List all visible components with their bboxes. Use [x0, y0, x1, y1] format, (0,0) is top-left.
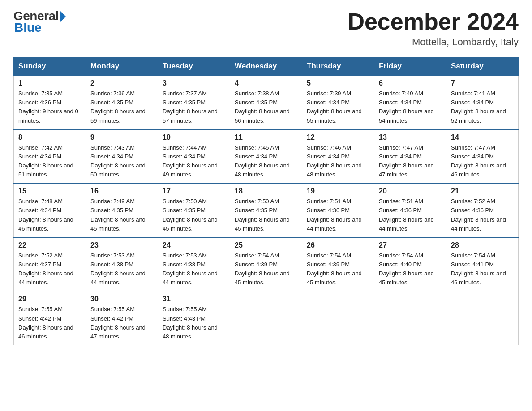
day-number: 28 — [451, 241, 514, 249]
day-cell: 7 Sunrise: 7:41 AMSunset: 4:34 PMDayligh… — [446, 76, 519, 129]
day-number: 14 — [451, 133, 514, 141]
day-info: Sunrise: 7:39 AMSunset: 4:34 PMDaylight:… — [307, 90, 362, 124]
header-wednesday: Wednesday — [230, 57, 302, 76]
logo: General Blue — [13, 9, 66, 35]
day-number: 31 — [163, 295, 225, 303]
day-cell: 5 Sunrise: 7:39 AMSunset: 4:34 PMDayligh… — [302, 76, 374, 129]
day-number: 30 — [90, 295, 153, 303]
day-cell: 19 Sunrise: 7:51 AMSunset: 4:36 PMDaylig… — [302, 183, 374, 237]
day-number: 25 — [235, 241, 297, 249]
day-cell: 26 Sunrise: 7:54 AMSunset: 4:39 PMDaylig… — [302, 237, 374, 291]
day-info: Sunrise: 7:38 AMSunset: 4:35 PMDaylight:… — [235, 90, 290, 124]
week-row-5: 29 Sunrise: 7:55 AMSunset: 4:42 PMDaylig… — [14, 291, 519, 345]
header-tuesday: Tuesday — [158, 57, 230, 76]
day-cell: 30 Sunrise: 7:55 AMSunset: 4:42 PMDaylig… — [86, 291, 158, 345]
header-monday: Monday — [86, 57, 158, 76]
day-cell: 16 Sunrise: 7:49 AMSunset: 4:35 PMDaylig… — [86, 183, 158, 237]
day-cell: 29 Sunrise: 7:55 AMSunset: 4:42 PMDaylig… — [14, 291, 86, 345]
day-cell — [302, 291, 374, 345]
day-info: Sunrise: 7:52 AMSunset: 4:36 PMDaylight:… — [451, 198, 506, 231]
day-cell: 13 Sunrise: 7:47 AMSunset: 4:34 PMDaylig… — [374, 129, 446, 184]
day-info: Sunrise: 7:51 AMSunset: 4:36 PMDaylight:… — [307, 198, 362, 231]
page-header: General Blue December 2024 Mottella, Lom… — [13, 9, 519, 48]
day-number: 10 — [163, 133, 225, 141]
day-info: Sunrise: 7:54 AMSunset: 4:39 PMDaylight:… — [307, 252, 362, 286]
day-info: Sunrise: 7:49 AMSunset: 4:35 PMDaylight:… — [90, 198, 146, 231]
day-number: 16 — [90, 187, 153, 195]
day-cell: 2 Sunrise: 7:36 AMSunset: 4:35 PMDayligh… — [86, 76, 158, 129]
day-info: Sunrise: 7:53 AMSunset: 4:38 PMDaylight:… — [90, 252, 146, 286]
day-cell: 20 Sunrise: 7:51 AMSunset: 4:36 PMDaylig… — [374, 183, 446, 237]
day-cell: 21 Sunrise: 7:52 AMSunset: 4:36 PMDaylig… — [446, 183, 519, 237]
day-cell: 18 Sunrise: 7:50 AMSunset: 4:35 PMDaylig… — [230, 183, 302, 237]
day-number: 23 — [90, 241, 153, 249]
day-info: Sunrise: 7:43 AMSunset: 4:34 PMDaylight:… — [90, 144, 146, 178]
day-cell: 6 Sunrise: 7:40 AMSunset: 4:34 PMDayligh… — [374, 76, 446, 129]
month-title: December 2024 — [348, 9, 519, 34]
day-info: Sunrise: 7:45 AMSunset: 4:34 PMDaylight:… — [235, 144, 290, 178]
header-sunday: Sunday — [14, 57, 86, 76]
day-number: 26 — [307, 241, 369, 249]
day-info: Sunrise: 7:50 AMSunset: 4:35 PMDaylight:… — [235, 198, 290, 231]
header-row: SundayMondayTuesdayWednesdayThursdayFrid… — [14, 57, 519, 76]
day-info: Sunrise: 7:36 AMSunset: 4:35 PMDaylight:… — [90, 90, 146, 124]
day-cell: 12 Sunrise: 7:46 AMSunset: 4:34 PMDaylig… — [302, 129, 374, 184]
day-number: 7 — [451, 79, 514, 87]
week-row-4: 22 Sunrise: 7:52 AMSunset: 4:37 PMDaylig… — [14, 237, 519, 291]
day-cell: 3 Sunrise: 7:37 AMSunset: 4:35 PMDayligh… — [158, 76, 230, 129]
day-number: 2 — [90, 79, 153, 87]
day-cell: 14 Sunrise: 7:47 AMSunset: 4:34 PMDaylig… — [446, 129, 519, 184]
day-number: 11 — [235, 133, 297, 141]
day-number: 29 — [18, 295, 81, 303]
day-number: 1 — [18, 79, 81, 87]
logo-arrow-icon — [60, 10, 66, 23]
day-info: Sunrise: 7:54 AMSunset: 4:39 PMDaylight:… — [235, 252, 290, 286]
day-info: Sunrise: 7:54 AMSunset: 4:41 PMDaylight:… — [451, 252, 506, 286]
day-cell: 4 Sunrise: 7:38 AMSunset: 4:35 PMDayligh… — [230, 76, 302, 129]
header-saturday: Saturday — [446, 57, 519, 76]
day-info: Sunrise: 7:53 AMSunset: 4:38 PMDaylight:… — [163, 252, 218, 286]
week-row-2: 8 Sunrise: 7:42 AMSunset: 4:34 PMDayligh… — [14, 129, 519, 184]
week-row-3: 15 Sunrise: 7:48 AMSunset: 4:34 PMDaylig… — [14, 183, 519, 237]
day-info: Sunrise: 7:47 AMSunset: 4:34 PMDaylight:… — [451, 144, 506, 178]
day-info: Sunrise: 7:52 AMSunset: 4:37 PMDaylight:… — [18, 252, 73, 286]
day-info: Sunrise: 7:50 AMSunset: 4:35 PMDaylight:… — [163, 198, 218, 231]
week-row-1: 1 Sunrise: 7:35 AMSunset: 4:36 PMDayligh… — [14, 76, 519, 129]
day-number: 13 — [379, 133, 442, 141]
day-number: 21 — [451, 187, 514, 195]
day-info: Sunrise: 7:47 AMSunset: 4:34 PMDaylight:… — [379, 144, 434, 178]
day-number: 4 — [235, 79, 297, 87]
day-number: 6 — [379, 79, 442, 87]
day-info: Sunrise: 7:41 AMSunset: 4:34 PMDaylight:… — [451, 90, 506, 124]
day-info: Sunrise: 7:55 AMSunset: 4:42 PMDaylight:… — [18, 306, 73, 339]
day-number: 19 — [307, 187, 369, 195]
day-cell: 31 Sunrise: 7:55 AMSunset: 4:43 PMDaylig… — [158, 291, 230, 345]
day-cell: 22 Sunrise: 7:52 AMSunset: 4:37 PMDaylig… — [14, 237, 86, 291]
day-cell — [230, 291, 302, 345]
day-cell — [374, 291, 446, 345]
header-friday: Friday — [374, 57, 446, 76]
day-cell — [446, 291, 519, 345]
day-info: Sunrise: 7:44 AMSunset: 4:34 PMDaylight:… — [163, 144, 218, 178]
day-info: Sunrise: 7:54 AMSunset: 4:40 PMDaylight:… — [379, 252, 434, 286]
day-number: 5 — [307, 79, 369, 87]
calendar-table: SundayMondayTuesdayWednesdayThursdayFrid… — [13, 57, 519, 345]
header-thursday: Thursday — [302, 57, 374, 76]
day-info: Sunrise: 7:55 AMSunset: 4:43 PMDaylight:… — [163, 306, 218, 339]
day-number: 20 — [379, 187, 442, 195]
day-cell: 10 Sunrise: 7:44 AMSunset: 4:34 PMDaylig… — [158, 129, 230, 184]
day-cell: 15 Sunrise: 7:48 AMSunset: 4:34 PMDaylig… — [14, 183, 86, 237]
day-cell: 17 Sunrise: 7:50 AMSunset: 4:35 PMDaylig… — [158, 183, 230, 237]
day-cell: 24 Sunrise: 7:53 AMSunset: 4:38 PMDaylig… — [158, 237, 230, 291]
day-info: Sunrise: 7:51 AMSunset: 4:36 PMDaylight:… — [379, 198, 434, 231]
location-title: Mottella, Lombardy, Italy — [348, 36, 519, 48]
title-block: December 2024 Mottella, Lombardy, Italy — [348, 9, 519, 48]
day-cell: 27 Sunrise: 7:54 AMSunset: 4:40 PMDaylig… — [374, 237, 446, 291]
day-number: 12 — [307, 133, 369, 141]
day-number: 18 — [235, 187, 297, 195]
day-cell: 8 Sunrise: 7:42 AMSunset: 4:34 PMDayligh… — [14, 129, 86, 184]
day-cell: 9 Sunrise: 7:43 AMSunset: 4:34 PMDayligh… — [86, 129, 158, 184]
day-number: 24 — [163, 241, 225, 249]
day-cell: 28 Sunrise: 7:54 AMSunset: 4:41 PMDaylig… — [446, 237, 519, 291]
day-info: Sunrise: 7:55 AMSunset: 4:42 PMDaylight:… — [90, 306, 146, 339]
